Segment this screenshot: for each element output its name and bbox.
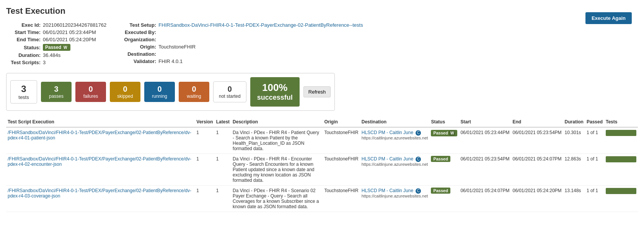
destination-url: https://caitlinjune.azurewebsites.net xyxy=(362,194,428,198)
status-badge: Passed W xyxy=(43,44,70,51)
exec-id-value: 20210601202344267881762 xyxy=(43,22,106,28)
tests-cell xyxy=(604,154,638,185)
end-cell: 06/01/2021 05:23:54PM xyxy=(511,127,563,154)
col-end: End xyxy=(511,117,563,127)
failures-label: failures xyxy=(81,94,101,99)
description-cell: Da Vinci - PDex - FHIR R4 - Patient Quer… xyxy=(231,127,323,154)
validator-label: Validator: xyxy=(122,58,156,64)
setup-label: Test Setup: xyxy=(122,22,156,28)
refresh-button[interactable]: Refresh xyxy=(303,86,331,97)
origin-value: TouchstoneFHIR xyxy=(158,44,196,50)
origin-label: Origin: xyxy=(122,44,156,50)
destination-link[interactable]: HLSCD PM - Caitlin June C xyxy=(362,156,421,162)
latest-cell: 1 xyxy=(215,185,231,212)
duration-cell: 12.863s xyxy=(563,154,585,185)
script-link[interactable]: /FHIRSandbox/DaVinci/FHIR4-0-1-Test/PDEX… xyxy=(8,130,193,141)
header-section: Exec Id: 20210601202344267881762 Start T… xyxy=(6,22,638,65)
skipped-label: skipped xyxy=(115,94,135,99)
waiting-box: 0 waiting xyxy=(179,82,209,102)
success-box: 100% successful xyxy=(250,77,300,107)
col-script: Test Script Execution xyxy=(6,117,195,127)
latest-cell: 1 xyxy=(215,154,231,185)
status-w-badge: W xyxy=(62,45,68,50)
col-destination: Destination xyxy=(360,117,430,127)
tests-cell xyxy=(604,127,638,154)
status-badge: Passed W xyxy=(431,130,457,136)
organization-label: Organization: xyxy=(122,37,156,42)
scripts-value: 3 xyxy=(43,60,46,65)
duration-label: Duration: xyxy=(6,52,41,58)
page-title: Test Execution xyxy=(6,6,638,16)
status-cell: Passed W xyxy=(429,127,459,154)
origin-cell: TouchstoneFHIR xyxy=(323,154,360,185)
destination-link[interactable]: HLSCD PM - Caitlin June C xyxy=(362,188,421,193)
script-cell: /FHIRSandbox/DaVinci/FHIR4-0-1-Test/PDEX… xyxy=(6,185,195,212)
not-started-box: 0 not started xyxy=(213,81,246,102)
col-passed: Passed xyxy=(585,117,604,127)
waiting-label: waiting xyxy=(184,94,204,99)
validator-value: FHIR 4.0.1 xyxy=(158,58,183,64)
table-row: /FHIRSandbox/DaVinci/FHIR4-0-1-Test/PDEX… xyxy=(6,154,638,185)
test-script-table: Test Script Execution Version Latest Des… xyxy=(6,117,638,212)
description-cell: Da Vinci - PDex - FHIR R4 - Encounter Qu… xyxy=(231,154,323,185)
passed-cell: 1 of 1 xyxy=(585,185,604,212)
destination-url: https://caitlinjune.azurewebsites.net xyxy=(362,136,428,140)
passes-label: passes xyxy=(46,94,66,99)
version-cell: 1 xyxy=(195,154,214,185)
scripts-label: Test Scripts: xyxy=(6,60,41,65)
total-label: tests xyxy=(16,94,31,100)
status-cell: Passed xyxy=(429,185,459,212)
script-link[interactable]: /FHIRSandbox/DaVinci/FHIR4-0-1-Test/PDEX… xyxy=(8,188,193,199)
skipped-count: 0 xyxy=(115,85,135,94)
destination-cell: HLSCD PM - Caitlin June Chttps://caitlin… xyxy=(360,185,430,212)
status-label: Status: xyxy=(6,45,41,50)
progress-bar xyxy=(606,130,636,136)
running-label: running xyxy=(150,94,170,99)
summary-bar: 3 tests 3 passes 0 failures 0 skipped 0 … xyxy=(6,73,335,111)
exec-id-label: Exec Id: xyxy=(6,22,41,28)
executed-by-label: Executed By: xyxy=(122,29,156,35)
duration-value: 36.484s xyxy=(43,52,60,58)
script-cell: /FHIRSandbox/DaVinci/FHIR4-0-1-Test/PDEX… xyxy=(6,127,195,154)
col-origin: Origin xyxy=(323,117,360,127)
col-description: Description xyxy=(231,117,323,127)
version-cell: 1 xyxy=(195,185,214,212)
skipped-box: 0 skipped xyxy=(110,82,140,102)
success-label: successful xyxy=(257,94,293,102)
table-row: /FHIRSandbox/DaVinci/FHIR4-0-1-Test/PDEX… xyxy=(6,185,638,212)
end-time-label: End Time: xyxy=(6,37,41,42)
origin-cell: TouchstoneFHIR xyxy=(323,185,360,212)
failures-count: 0 xyxy=(81,85,101,94)
exec-info-left: Exec Id: 20210601202344267881762 Start T… xyxy=(6,22,106,65)
start-time-label: Start Time: xyxy=(6,29,41,35)
passes-count: 3 xyxy=(46,85,66,94)
destination-link[interactable]: HLSCD PM - Caitlin June C xyxy=(362,130,421,135)
status-cell: Passed xyxy=(429,154,459,185)
exec-info-right: Test Setup: FHIRSandbox-DaVinci-FHIR4-0-… xyxy=(122,22,363,65)
failures-box: 0 failures xyxy=(75,82,106,102)
setup-link[interactable]: FHIRSandbox-DaVinci-FHIR4-0-1-Test-PDEX-… xyxy=(158,22,363,28)
status-badge: Passed xyxy=(431,188,450,194)
destination-cell: HLSCD PM - Caitlin June Chttps://caitlin… xyxy=(360,127,430,154)
start-cell: 06/01/2021 05:23:44PM xyxy=(459,127,511,154)
col-latest: Latest xyxy=(215,117,231,127)
duration-cell: 13.148s xyxy=(563,185,585,212)
execute-again-button[interactable]: Execute Again xyxy=(585,12,632,24)
col-status: Status xyxy=(429,117,459,127)
script-link[interactable]: /FHIRSandbox/DaVinci/FHIR4-0-1-Test/PDEX… xyxy=(8,156,193,167)
col-start: Start xyxy=(459,117,511,127)
total-count: 3 xyxy=(16,84,31,94)
success-pct: 100% xyxy=(257,82,293,94)
latest-cell: 1 xyxy=(215,127,231,154)
status-badge: Passed xyxy=(431,156,450,162)
table-header-row: Test Script Execution Version Latest Des… xyxy=(6,117,638,127)
origin-cell: TouchstoneFHIR xyxy=(323,127,360,154)
destination-cell: HLSCD PM - Caitlin June Chttps://caitlin… xyxy=(360,154,430,185)
col-version: Version xyxy=(195,117,214,127)
not-started-label: not started xyxy=(219,94,241,99)
destination-url: https://caitlinjune.azurewebsites.net xyxy=(362,162,428,167)
script-cell: /FHIRSandbox/DaVinci/FHIR4-0-1-Test/PDEX… xyxy=(6,154,195,185)
progress-bar xyxy=(606,188,636,194)
running-count: 0 xyxy=(150,85,170,94)
not-started-count: 0 xyxy=(219,85,241,94)
